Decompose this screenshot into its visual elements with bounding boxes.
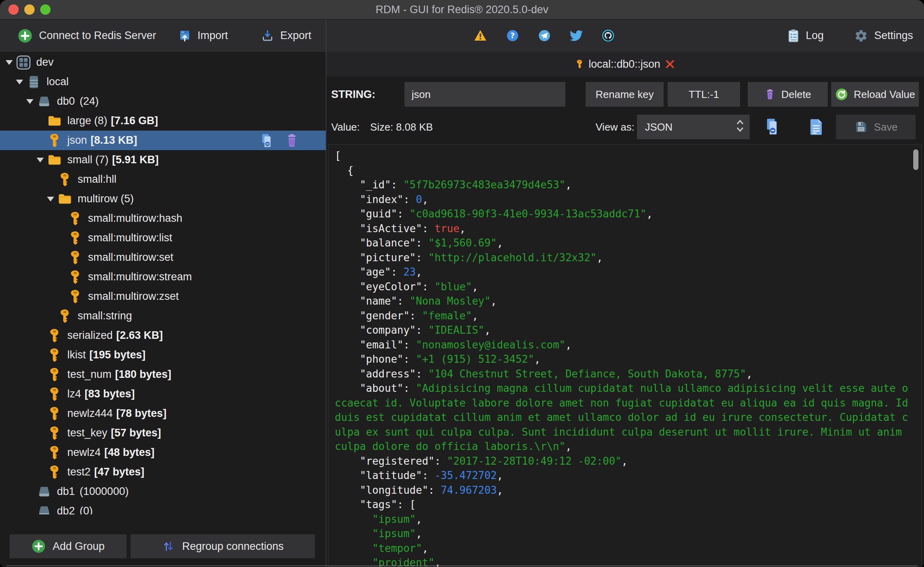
tree-row-dev[interactable]: dev xyxy=(0,53,326,72)
import-label: Import xyxy=(197,29,228,42)
tree-label: small:multirow:zset xyxy=(88,290,179,303)
key-icon xyxy=(47,464,62,480)
tree-count: (24) xyxy=(80,95,99,108)
key-name-input[interactable] xyxy=(404,82,565,107)
save-button[interactable]: Save xyxy=(836,115,916,139)
database-icon xyxy=(37,484,52,500)
add-group-button[interactable]: Add Group xyxy=(10,534,127,558)
reload-value-label: Reload Value xyxy=(854,88,915,101)
json-line: "picture": "http://placehold.it/32x32", xyxy=(335,250,912,265)
tree-row-serialized[interactable]: serialized[2.63 KB] xyxy=(0,326,326,345)
tree-size: [7.16 GB] xyxy=(111,115,158,127)
tree-row-multirow-5-[interactable]: multirow (5) xyxy=(0,189,326,209)
json-line: "_id": "5f7b26973c483ea3479d4e53", xyxy=(335,178,912,192)
settings-button[interactable]: Settings xyxy=(854,20,913,52)
key-icon xyxy=(47,133,62,149)
trash-icon xyxy=(764,88,776,101)
tree-row-newlz444[interactable]: newlz444[78 bytes] xyxy=(0,404,326,423)
tree-row-large-8-[interactable]: large (8)[7.16 GB] xyxy=(0,111,326,131)
rename-key-button[interactable]: Rename key xyxy=(586,82,664,107)
value-viewer[interactable]: [ { "_id": "5f7b26973c483ea3479d4e53", "… xyxy=(328,144,922,567)
trash-icon[interactable] xyxy=(284,133,299,148)
tree-row-lkist[interactable]: lkist[195 bytes] xyxy=(0,345,326,365)
minimize-window-button[interactable] xyxy=(24,4,35,15)
json-line: "eyeColor": "blue", xyxy=(335,280,912,294)
tree-size: [180 bytes] xyxy=(115,368,171,381)
export-button[interactable]: Export xyxy=(261,20,311,52)
delete-key-button[interactable]: Delete xyxy=(748,82,828,107)
zoom-window-button[interactable] xyxy=(40,4,51,15)
tree-row-test-num[interactable]: test_num[180 bytes] xyxy=(0,365,326,384)
tree-row-small-multirow-set[interactable]: small:multirow:set xyxy=(0,248,326,267)
import-button[interactable]: Import xyxy=(178,20,228,52)
json-line: "tempor", xyxy=(335,541,912,556)
warning-icon[interactable] xyxy=(474,29,487,42)
value-editor-panel: local::db0::json STRING: Rename key TTL:… xyxy=(326,52,924,567)
json-line: "company": "IDEALIS", xyxy=(335,323,912,338)
tree-size: [5.91 KB] xyxy=(112,154,159,166)
connections-tree: devlocaldb0(24)large (8)[7.16 GB]json[8.… xyxy=(0,53,326,514)
tree-row-db1[interactable]: db1(1000000) xyxy=(0,482,326,501)
tree-size: [47 bytes] xyxy=(94,466,145,478)
tree-row-small-multirow-stream[interactable]: small:multirow:stream xyxy=(0,267,326,287)
tab-local-db0-json[interactable]: local::db0::json xyxy=(575,58,675,70)
document-text-icon[interactable] xyxy=(807,118,825,136)
tree-label: test2 xyxy=(67,466,91,478)
reload-icon xyxy=(835,88,848,101)
tree-row-db0[interactable]: db0(24) xyxy=(0,92,326,111)
key-icon xyxy=(57,308,72,324)
github-icon[interactable] xyxy=(602,29,615,42)
copy-key-icon[interactable] xyxy=(260,133,275,148)
tree-size: [8.13 KB] xyxy=(91,134,137,147)
value-size-row: Value: Size: 8.08 KB xyxy=(331,115,433,139)
tree-row-small-multirow-hash[interactable]: small:multirow:hash xyxy=(0,209,326,228)
tree-row-json[interactable]: json[8.13 KB] xyxy=(0,131,326,150)
key-icon xyxy=(68,269,83,285)
expander-arrow-icon[interactable] xyxy=(26,99,37,104)
tree-row-small-multirow-list[interactable]: small:multirow:list xyxy=(0,228,326,248)
tree-row-test2[interactable]: test2[47 bytes] xyxy=(0,462,326,482)
tree-row-newlz4[interactable]: newlz4[48 bytes] xyxy=(0,443,326,462)
json-line: "about": "Adipisicing magna cillum cupid… xyxy=(335,381,912,454)
tree-row-small-multirow-zset[interactable]: small:multirow:zset xyxy=(0,287,326,306)
tree-size: [2.63 KB] xyxy=(116,329,163,342)
tree-label: small:string xyxy=(78,310,132,322)
tree-row-small-hll[interactable]: small:hll xyxy=(0,170,326,189)
help-icon[interactable]: ? xyxy=(506,29,519,42)
tree-row-test-key[interactable]: test_key[57 bytes] xyxy=(0,423,326,443)
tree-label: small:hll xyxy=(78,173,117,186)
tree-row-db2[interactable]: db2(0) xyxy=(0,501,326,514)
reload-value-button[interactable]: Reload Value xyxy=(831,82,919,107)
tree-label: local xyxy=(47,76,69,88)
open-value-in-editor-icon[interactable] xyxy=(764,118,782,136)
add-group-label: Add Group xyxy=(53,540,105,553)
tree-row-lz4[interactable]: lz4[83 bytes] xyxy=(0,384,326,404)
regroup-connections-button[interactable]: Regroup connections xyxy=(131,534,315,558)
tree-label: test_key xyxy=(67,427,107,439)
view-as-select[interactable]: JSON xyxy=(637,115,750,139)
tree-row-small-string[interactable]: small:string xyxy=(0,306,326,326)
close-tab-icon[interactable] xyxy=(664,59,676,70)
ttl-button[interactable]: TTL:-1 xyxy=(668,82,740,107)
json-line: "latitude": -35.472702, xyxy=(335,468,912,483)
expander-arrow-icon[interactable] xyxy=(37,158,47,162)
folder-icon xyxy=(47,113,62,129)
close-window-button[interactable] xyxy=(8,4,19,15)
expander-arrow-icon[interactable] xyxy=(16,80,26,84)
telegram-icon[interactable] xyxy=(538,29,551,42)
database-icon xyxy=(37,503,52,515)
app-window: RDM - GUI for Redis® 2020.5.0-dev Connec… xyxy=(0,0,924,567)
tree-label: small (7) xyxy=(67,154,109,166)
save-label: Save xyxy=(874,121,897,133)
expander-arrow-icon[interactable] xyxy=(47,197,57,201)
twitter-icon[interactable] xyxy=(570,29,583,42)
connect-to-redis-server-button[interactable]: Connect to Redis Server xyxy=(18,20,156,52)
scrollbar-thumb[interactable] xyxy=(913,149,918,170)
settings-label: Settings xyxy=(874,29,913,42)
tree-row-small-7-[interactable]: small (7)[5.91 KB] xyxy=(0,150,326,170)
expander-arrow-icon[interactable] xyxy=(6,60,16,65)
tree-row-local[interactable]: local xyxy=(0,72,326,92)
tree-label: small:multirow:stream xyxy=(88,271,192,283)
log-button[interactable]: Log xyxy=(787,20,824,52)
stepper-chevrons-icon xyxy=(735,118,745,137)
